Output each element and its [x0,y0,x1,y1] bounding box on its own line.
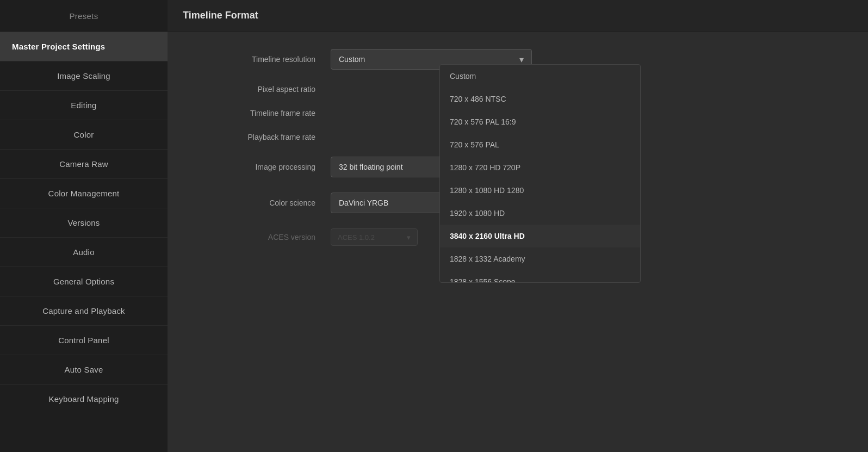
color-science-value: DaVinci YRGB [339,199,388,207]
dropdown-option-720x576pal169[interactable]: 720 x 576 PAL 16:9 [440,110,640,133]
timeline-resolution-value: Custom [339,55,365,64]
timeline-frame-rate-label: Timeline frame rate [200,109,331,117]
color-science-label: Color science [200,199,331,207]
sidebar-item-color-management[interactable]: Color Management [0,178,168,208]
dropdown-option-720x576pal[interactable]: 720 x 576 PAL [440,133,640,156]
dropdown-option-1828x1332academy[interactable]: 1828 x 1332 Academy [440,247,640,270]
aces-version-label: ACES version [200,233,331,242]
pixel-aspect-ratio-label: Pixel aspect ratio [200,85,331,94]
playback-frame-rate-label: Playback frame rate [200,133,331,141]
dropdown-option-3840x2160uhd[interactable]: 3840 x 2160 Ultra HD [440,225,640,247]
sidebar-item-audio[interactable]: Audio [0,237,168,267]
image-processing-value: 32 bit floating point [339,163,403,171]
sidebar-item-capture-and-playback[interactable]: Capture and Playback [0,296,168,325]
aces-version-value: ACES 1.0.2 [338,233,375,242]
dropdown-option-custom[interactable]: Custom [440,65,640,88]
timeline-resolution-label: Timeline resolution [200,55,331,64]
image-processing-label: Image processing [200,163,331,171]
dropdown-option-720x486ntsc[interactable]: 720 x 486 NTSC [440,88,640,110]
main-body: Timeline resolution Custom ▾ Pixel aspec… [168,32,868,452]
sidebar-item-control-panel[interactable]: Control Panel [0,325,168,355]
chevron-down-icon: ▾ [407,233,411,242]
sidebar-item-color[interactable]: Color [0,120,168,149]
sidebar-item-auto-save[interactable]: Auto Save [0,355,168,384]
sidebar-item-general-options[interactable]: General Options [0,267,168,296]
dropdown-option-1828x1556scope[interactable]: 1828 x 1556 Scope [440,270,640,282]
sidebar-item-versions[interactable]: Versions [0,208,168,237]
main-content: Timeline Format Timeline resolution Cust… [168,0,868,452]
sidebar-item-image-scaling[interactable]: Image Scaling [0,61,168,90]
chevron-down-icon: ▾ [519,54,524,65]
sidebar-item-master-project-settings[interactable]: Master Project Settings [0,32,168,61]
sidebar-item-keyboard-mapping[interactable]: Keyboard Mapping [0,384,168,413]
dropdown-option-1280x720hd[interactable]: 1280 x 720 HD 720P [440,156,640,179]
dropdown-option-1920x1080hd[interactable]: 1920 x 1080 HD [440,202,640,225]
dropdown-option-1280x1080hd[interactable]: 1280 x 1080 HD 1280 [440,179,640,202]
resolution-dropdown-list: Custom720 x 486 NTSC720 x 576 PAL 16:972… [439,64,641,283]
sidebar-item-camera-raw[interactable]: Camera Raw [0,149,168,178]
main-header: Timeline Format [168,0,868,32]
sidebar-item-editing[interactable]: Editing [0,90,168,120]
dropdown-options-container: Custom720 x 486 NTSC720 x 576 PAL 16:972… [440,65,640,282]
sidebar-presets-label: Presets [0,0,168,32]
page-title: Timeline Format [183,10,258,21]
sidebar: Presets Master Project SettingsImage Sca… [0,0,168,452]
aces-version-dropdown: ACES 1.0.2 ▾ [331,228,418,246]
